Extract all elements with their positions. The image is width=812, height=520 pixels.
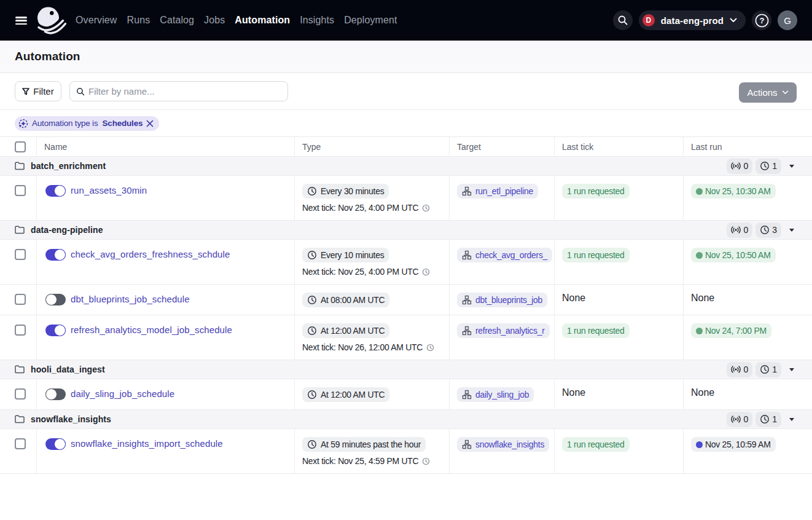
svg-text:?: ? (759, 16, 764, 25)
